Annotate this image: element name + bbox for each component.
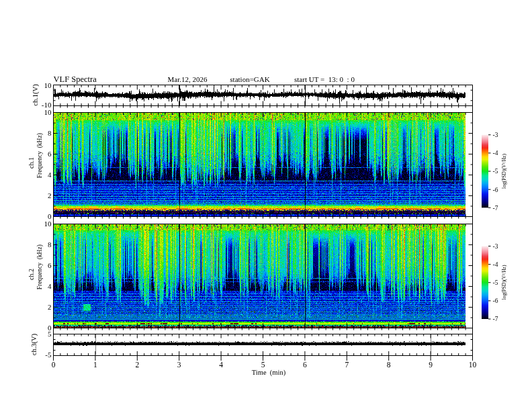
svg-text:6: 6	[48, 150, 52, 158]
svg-text:3: 3	[177, 361, 181, 369]
svg-text:ch.1(V): ch.1(V)	[32, 84, 40, 106]
svg-text:7: 7	[345, 361, 349, 369]
svg-text:-5: -5	[45, 351, 52, 359]
svg-text:station=GAK: station=GAK	[230, 75, 269, 83]
svg-text:ch.1: ch.1	[28, 157, 35, 169]
svg-text:-3: -3	[493, 132, 498, 138]
svg-text:2: 2	[48, 303, 52, 311]
svg-text:5: 5	[261, 361, 265, 369]
svg-text:ch.3(V): ch.3(V)	[30, 333, 38, 355]
svg-text:8: 8	[387, 361, 391, 369]
svg-text:-3: -3	[493, 243, 498, 250]
svg-text:2: 2	[48, 191, 52, 199]
svg-text:6: 6	[303, 361, 307, 369]
svg-text:4: 4	[219, 361, 223, 369]
svg-text:-5: -5	[493, 279, 498, 286]
svg-text:-7: -7	[493, 316, 498, 322]
svg-text:4: 4	[48, 282, 52, 290]
svg-text:-6: -6	[493, 298, 498, 304]
svg-text:0: 0	[52, 361, 56, 369]
svg-text:-4: -4	[493, 261, 498, 268]
svg-text:10: 10	[44, 108, 52, 116]
svg-text:8: 8	[48, 129, 52, 137]
svg-text:2: 2	[135, 361, 139, 369]
svg-text:VLF Spectra: VLF Spectra	[54, 75, 97, 84]
svg-text:10: 10	[44, 81, 52, 89]
svg-text:-10: -10	[42, 101, 52, 109]
svg-text:log(PSD)(V²/Hz): log(PSD)(V²/Hz)	[501, 154, 507, 189]
svg-text:-6: -6	[493, 187, 498, 193]
svg-text:log(PSD)(V²/Hz): log(PSD)(V²/Hz)	[501, 265, 507, 300]
svg-text:1: 1	[93, 361, 97, 369]
svg-text:ch.2: ch.2	[28, 269, 35, 280]
svg-text:4: 4	[48, 171, 52, 179]
svg-text:-5: -5	[493, 168, 498, 175]
svg-text:9: 9	[429, 361, 433, 369]
svg-text:Time (min): Time (min)	[252, 369, 286, 377]
svg-text:6: 6	[48, 261, 52, 269]
svg-text:Frequency (kHz): Frequency (kHz)	[36, 244, 44, 289]
svg-text:Mar.12, 2026: Mar.12, 2026	[168, 75, 208, 83]
svg-text:Frequency (kHz): Frequency (kHz)	[36, 133, 44, 178]
svg-text:-4: -4	[493, 150, 498, 156]
svg-text:10: 10	[44, 220, 52, 228]
svg-text:8: 8	[48, 240, 52, 248]
svg-text:5: 5	[48, 330, 52, 338]
svg-text:-7: -7	[493, 205, 498, 212]
svg-text:10: 10	[469, 361, 477, 369]
svg-text:start UT = 13: 0 : 0: start UT = 13: 0 : 0	[294, 75, 355, 83]
